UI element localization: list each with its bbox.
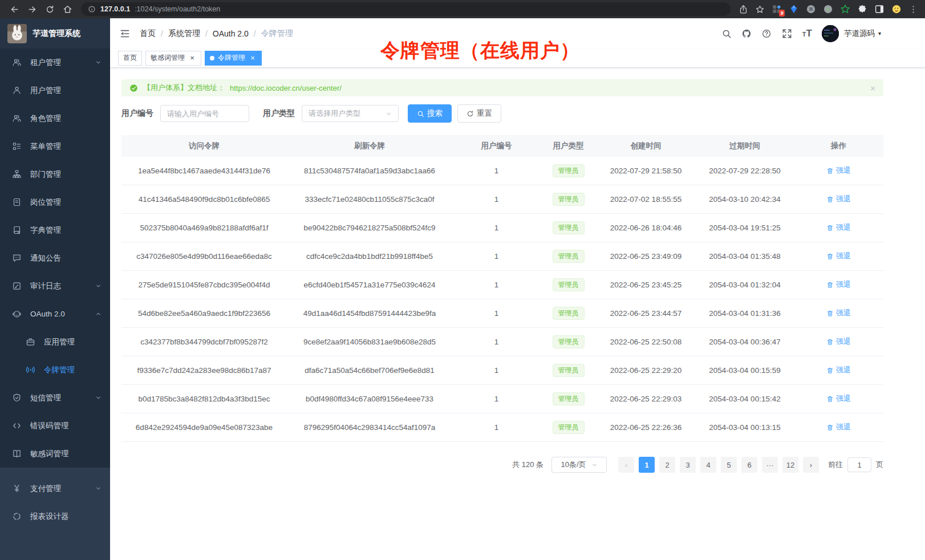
user-avatar[interactable] <box>822 25 839 42</box>
screen: 127.0.0.1:1024/system/oauth2/token 9 ⌘ <box>0 0 925 560</box>
force-logout-button[interactable]: 强退 <box>826 393 851 404</box>
user-type-cell: 管理员 <box>541 193 596 206</box>
table-row: c342377bf8b344799dcbf7bf095287f29ce8ef2a… <box>121 328 883 356</box>
goto-page-input[interactable] <box>847 457 871 472</box>
gem-extension-icon[interactable] <box>789 4 799 14</box>
profile-avatar-icon[interactable] <box>891 4 902 14</box>
table-row: b0d1785bc3a8482f812db4a3f3bd15ecb0df4980… <box>121 385 883 413</box>
browser-home-icon[interactable] <box>63 5 72 14</box>
sidebar-item-role-management[interactable]: 角色管理 <box>0 104 110 132</box>
sidebar-item-oauth2[interactable]: OAuth 2.0 <box>0 300 110 328</box>
doc-link[interactable]: https://doc.iocoder.cn/user-center/ <box>230 84 342 92</box>
browser-back-icon[interactable] <box>10 5 19 14</box>
force-logout-button[interactable]: 强退 <box>826 365 851 375</box>
user-type-select[interactable]: 请选择用户类型 <box>302 105 399 122</box>
page-button[interactable]: 4 <box>700 457 716 473</box>
help-icon[interactable] <box>761 29 772 39</box>
force-logout-button[interactable]: 强退 <box>826 251 851 261</box>
trash-icon <box>826 196 834 203</box>
sidebar-item-tenant-management[interactable]: 租户管理 <box>0 48 110 76</box>
record-extension-icon[interactable] <box>823 4 833 14</box>
force-logout-label: 强退 <box>836 308 851 318</box>
next-page-button[interactable]: › <box>803 457 819 473</box>
force-logout-button[interactable]: 强退 <box>826 194 851 204</box>
reset-button[interactable]: 重置 <box>457 104 501 123</box>
sidebar-item-post-management[interactable]: 岗位管理 <box>0 188 110 216</box>
breadcrumb-item[interactable]: 首页 <box>140 29 156 39</box>
browser-reload-icon[interactable] <box>45 5 55 14</box>
page-button[interactable]: 3 <box>680 457 696 473</box>
page-button[interactable]: 12 <box>782 457 798 473</box>
user-id-input[interactable] <box>160 105 249 122</box>
sidebar-item-user-management[interactable]: 用户管理 <box>0 76 110 104</box>
app-logo[interactable]: 芋道管理系统 <box>0 18 110 48</box>
user-menu[interactable]: 芋道源码 ▾ <box>844 29 881 39</box>
sidebar-collapse-icon[interactable] <box>119 28 131 39</box>
extension-grid-icon[interactable]: 9 <box>772 4 782 14</box>
search-icon[interactable] <box>721 29 732 39</box>
table-row: c347026e805e4d99b0d116eae66eda8ccdfc4ce9… <box>121 242 883 271</box>
more-pages-button[interactable]: ··· <box>762 457 778 473</box>
force-logout-button[interactable]: 强退 <box>826 222 851 233</box>
force-logout-button[interactable]: 强退 <box>826 336 851 347</box>
sidebar-item-oauth2-token[interactable]: 令牌管理 <box>0 356 110 384</box>
tab-sensitive-word[interactable]: 敏感词管理× <box>145 51 201 66</box>
refresh-token-cell: 811c530487574fa0af1a59d3abc1aa66 <box>287 167 452 175</box>
user-type-tag: 管理员 <box>553 307 585 320</box>
fullscreen-icon[interactable] <box>781 28 793 39</box>
site-info-icon[interactable] <box>88 5 96 13</box>
chevron-down-icon <box>591 462 598 468</box>
sidebar-item-oauth2-application[interactable]: 应用管理 <box>0 328 110 356</box>
sidebar-item-report-designer[interactable]: 报表设计器 <box>0 502 110 530</box>
table-row: 6d842e2924594de9a09e45e087323abe8796295f… <box>121 413 883 442</box>
sidebar-item-audit-log[interactable]: 审计日志 <box>0 272 110 300</box>
created-time-cell: 2022-06-25 22:29:03 <box>596 395 696 403</box>
sidebar-item-sensitive-word-management[interactable]: 敏感词管理 <box>0 440 110 468</box>
sidebar-item-menu-management[interactable]: 菜单管理 <box>0 132 110 160</box>
tab-home[interactable]: 首页 <box>118 51 142 66</box>
prev-page-button[interactable]: ‹ <box>618 457 634 473</box>
breadcrumb-item[interactable]: 系统管理 <box>168 29 200 39</box>
sidebar-item-notice-management[interactable]: 通知公告 <box>0 244 110 272</box>
sidebar-item-pay-management[interactable]: 支付管理 <box>0 474 110 502</box>
force-logout-button[interactable]: 强退 <box>826 165 851 176</box>
sidebar-item-sms-management[interactable]: 短信管理 <box>0 384 110 412</box>
breadcrumb-item[interactable]: OAuth 2.0 <box>213 29 249 38</box>
page-size-select[interactable]: 10条/页 <box>551 457 607 473</box>
created-time-cell: 2022-06-25 23:49:09 <box>596 252 696 261</box>
app-title: 芋道管理系统 <box>33 29 80 39</box>
address-bar[interactable]: 127.0.0.1:1024/system/oauth2/token <box>81 2 731 16</box>
breadcrumb-item[interactable]: 令牌管理 <box>261 29 293 39</box>
refresh-token-cell: b0df4980ffd34c67a08f9156e4eee733 <box>287 395 452 403</box>
close-tab-icon[interactable]: × <box>188 54 196 62</box>
github-icon[interactable] <box>741 29 752 39</box>
force-logout-button[interactable]: 强退 <box>826 422 851 432</box>
browser-menu-icon[interactable] <box>908 5 918 14</box>
user-type-label: 用户类型 <box>263 108 295 119</box>
command-extension-icon[interactable]: ⌘ <box>806 4 816 14</box>
font-size-icon[interactable]: TT <box>802 29 812 38</box>
page-button[interactable]: 1 <box>639 457 655 473</box>
browser-forward-icon[interactable] <box>27 5 37 14</box>
green-star-extension-icon[interactable] <box>840 4 850 14</box>
side-panel-icon[interactable] <box>874 4 885 14</box>
search-icon <box>417 110 424 117</box>
refresh-token-cell: 333ecfc71e02480cb11055c875c3ca0f <box>287 195 452 204</box>
force-logout-button[interactable]: 强退 <box>826 308 851 318</box>
user-id-cell: 1 <box>452 338 541 346</box>
page-button[interactable]: 6 <box>741 457 757 473</box>
sidebar-item-dept-management[interactable]: 部门管理 <box>0 160 110 188</box>
force-logout-button[interactable]: 强退 <box>826 279 851 290</box>
page-button[interactable]: 5 <box>721 457 737 473</box>
puzzle-extensions-icon[interactable] <box>857 4 867 14</box>
share-icon[interactable] <box>739 5 748 14</box>
tab-token-management[interactable]: 令牌管理× <box>205 51 262 66</box>
close-tab-icon[interactable]: × <box>249 54 257 62</box>
sidebar-item-error-code-management[interactable]: 错误码管理 <box>0 412 110 440</box>
search-button[interactable]: 搜索 <box>408 104 452 123</box>
alert-close-icon[interactable]: × <box>870 83 875 93</box>
dict-icon <box>12 225 22 235</box>
sidebar-item-dict-management[interactable]: 字典管理 <box>0 216 110 244</box>
bookmark-star-icon[interactable] <box>755 5 765 14</box>
page-button[interactable]: 2 <box>659 457 675 473</box>
